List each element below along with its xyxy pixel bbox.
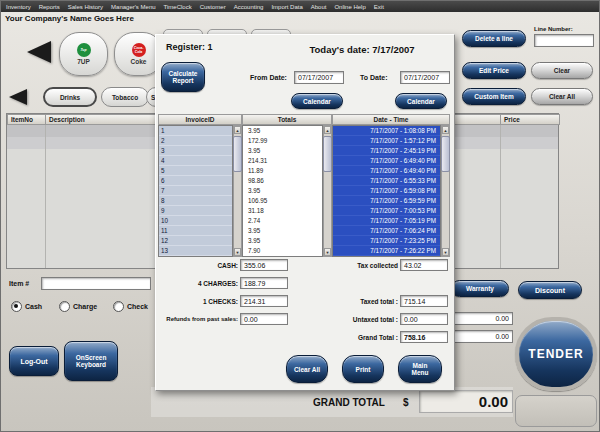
scroll-up-icon[interactable]: ▲ (324, 126, 331, 134)
scroll-down-icon[interactable]: ▼ (234, 248, 241, 256)
line-number-field[interactable] (534, 34, 594, 47)
invoice-id-cell[interactable]: 7 (159, 186, 232, 196)
total-cell[interactable]: 31.18 (243, 206, 322, 216)
menu-item[interactable]: Reports (39, 4, 60, 10)
totals-list[interactable]: 3.95172.993.95214.3111.8998.863.95106.95… (242, 125, 323, 257)
clear-button[interactable]: Clear (531, 62, 593, 79)
menu-item[interactable]: Customer (200, 4, 226, 10)
radio-unselected-icon[interactable] (113, 301, 124, 312)
scroll-down-icon[interactable]: ▼ (442, 248, 449, 256)
date-time-cell[interactable]: 7/17/2007 - 7:26:22 PM (333, 246, 440, 256)
total-cell[interactable]: 3.95 (243, 226, 322, 236)
payment-radio-cash[interactable]: Cash (11, 301, 42, 312)
invoice-id-cell[interactable]: 6 (159, 176, 232, 186)
date-time-cell[interactable]: 7/17/2007 - 6:49:40 PM (333, 166, 440, 176)
invoice-id-cell[interactable]: 3 (159, 146, 232, 156)
date-time-cell[interactable]: 7/17/2007 - 1:57:12 PM (333, 136, 440, 146)
date-time-cell[interactable]: 7/17/2007 - 7:06:24 PM (333, 226, 440, 236)
scroll-up-icon[interactable]: ▲ (234, 126, 241, 134)
menu-item[interactable]: Exit (374, 4, 384, 10)
invoice-scrollbar[interactable]: ▲ ▼ (233, 125, 242, 257)
products-scroll-left-arrow-icon[interactable] (27, 41, 51, 63)
dialog-print-button[interactable]: Print (342, 355, 384, 383)
tender-button[interactable]: TENDER (515, 317, 597, 391)
tab-drinks[interactable]: Drinks (43, 87, 97, 107)
menu-item[interactable]: Inventory (6, 4, 31, 10)
column-header-price[interactable]: Price (500, 114, 560, 125)
dialog-main-menu-button[interactable]: Main Menu (398, 355, 442, 383)
scrollbar-thumb[interactable] (441, 136, 450, 172)
dialog-clear-all-button[interactable]: Clear All (286, 355, 328, 383)
date-time-cell[interactable]: 7/17/2007 - 6:59:08 PM (333, 186, 440, 196)
item-number-field[interactable] (41, 277, 151, 290)
invoice-id-cell[interactable]: 2 (159, 136, 232, 146)
delete-line-button[interactable]: Delete a line (462, 30, 526, 47)
clear-all-button[interactable]: Clear All (531, 88, 593, 105)
radio-unselected-icon[interactable] (59, 301, 70, 312)
onscreen-keyboard-button[interactable]: OnScreen Keyboard (64, 341, 118, 381)
invoice-id-cell[interactable]: 5 (159, 166, 232, 176)
scrollbar-thumb[interactable] (233, 136, 242, 172)
total-cell[interactable]: 7.90 (243, 246, 322, 256)
totals-scrollbar[interactable]: ▲ ▼ (323, 125, 332, 257)
to-calendar-button[interactable]: Calendar (395, 93, 447, 109)
invoice-id-list[interactable]: 12345678910111213 (158, 125, 233, 257)
categories-scroll-left-arrow-icon[interactable] (9, 89, 27, 105)
menu-item[interactable]: TimeClock (164, 4, 192, 10)
invoice-id-cell[interactable]: 9 (159, 206, 232, 216)
date-time-cell[interactable]: 7/17/2007 - 7:05:19 PM (333, 216, 440, 226)
invoice-id-cell[interactable]: 4 (159, 156, 232, 166)
payment-radio-charge[interactable]: Charge (59, 301, 97, 312)
date-time-cell[interactable]: 7/17/2007 - 6:49:40 PM (333, 156, 440, 166)
discount-button[interactable]: Discount (518, 281, 582, 299)
menu-item[interactable]: Sales History (68, 4, 103, 10)
product-button[interactable]: 7up 7UP (59, 32, 108, 76)
total-cell[interactable]: 2.74 (243, 216, 322, 226)
invoice-id-cell[interactable]: 12 (159, 236, 232, 246)
menu-item[interactable]: Accounting (234, 4, 264, 10)
date-time-scrollbar[interactable]: ▲ ▼ (441, 125, 450, 257)
total-cell[interactable]: 106.95 (243, 196, 322, 206)
scroll-up-icon[interactable]: ▲ (442, 126, 449, 134)
date-time-cell[interactable]: 7/17/2007 - 7:23:25 PM (333, 236, 440, 246)
menu-item[interactable]: Import Data (271, 4, 302, 10)
menu-item[interactable]: Manager's Menu (111, 4, 156, 10)
total-cell[interactable]: 3.95 (243, 236, 322, 246)
date-time-cell[interactable]: 7/17/2007 - 6:55:33 PM (333, 176, 440, 186)
menu-item[interactable]: Online Help (334, 4, 365, 10)
date-time-list[interactable]: 7/17/2007 - 1:08:08 PM7/17/2007 - 1:57:1… (332, 125, 441, 257)
total-cell[interactable]: 98.86 (243, 176, 322, 186)
date-time-cell[interactable]: 7/17/2007 - 1:08:08 PM (333, 126, 440, 136)
date-time-cell[interactable]: 7/17/2007 - 7:00:53 PM (333, 206, 440, 216)
totals-header[interactable]: Totals (242, 114, 332, 125)
payment-radio-check[interactable]: Check (113, 301, 148, 312)
invoice-id-cell[interactable]: 11 (159, 226, 232, 236)
total-cell[interactable]: 3.95 (243, 186, 322, 196)
scrollbar-thumb[interactable] (323, 136, 332, 172)
date-time-cell[interactable]: 7/17/2007 - 6:59:59 PM (333, 196, 440, 206)
logout-button[interactable]: Log-Out (9, 346, 59, 376)
to-date-field[interactable]: 07/17/2007 (400, 71, 450, 84)
invoice-id-cell[interactable]: 10 (159, 216, 232, 226)
total-cell[interactable]: 11.89 (243, 166, 322, 176)
invoice-id-cell[interactable]: 13 (159, 246, 232, 256)
total-cell[interactable]: 3.95 (243, 126, 322, 136)
total-cell[interactable]: 172.99 (243, 136, 322, 146)
from-date-field[interactable]: 07/17/2007 (294, 71, 344, 84)
date-time-header[interactable]: Date - Time (332, 114, 450, 125)
invoice-id-cell[interactable]: 8 (159, 196, 232, 206)
edit-price-button[interactable]: Edit Price (462, 62, 526, 79)
total-cell[interactable]: 3.95 (243, 146, 322, 156)
menu-item[interactable]: About (311, 4, 327, 10)
scroll-down-icon[interactable]: ▼ (324, 248, 331, 256)
calculate-report-button[interactable]: Calculate Report (161, 62, 205, 92)
warranty-button[interactable]: Warranty (451, 280, 509, 297)
invoice-id-cell[interactable]: 1 (159, 126, 232, 136)
column-header-itemno[interactable]: ItemNo (7, 114, 46, 125)
from-calendar-button[interactable]: Calendar (291, 93, 343, 109)
invoice-id-header[interactable]: InvoiceID (158, 114, 242, 125)
tab-tobacco[interactable]: Tobacco (101, 87, 149, 107)
total-cell[interactable]: 214.31 (243, 156, 322, 166)
radio-selected-icon[interactable] (11, 301, 22, 312)
custom-item-button[interactable]: Custom Item (462, 88, 526, 105)
